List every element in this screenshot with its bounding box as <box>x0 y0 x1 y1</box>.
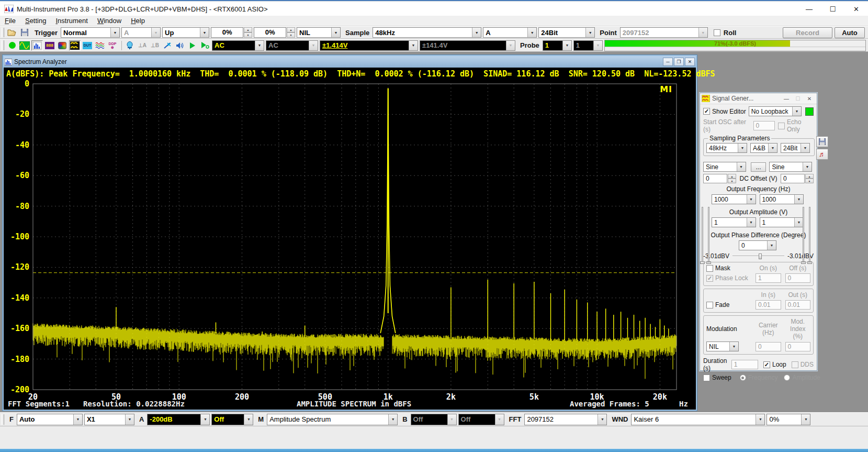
sample-channel-value: A <box>483 29 527 37</box>
trigger-level-stepper[interactable]: 0% ▲▼ <box>211 27 252 38</box>
hpf-value: NIL <box>297 29 331 37</box>
chevron-down-icon: ▼ <box>331 28 340 37</box>
trigger-mode-select[interactable]: Normal▼ <box>61 27 120 38</box>
fft-size-select[interactable]: 2097152▼ <box>524 414 607 425</box>
gen-channels-select[interactable]: A&B▼ <box>750 143 777 153</box>
toolbar-grip[interactable] <box>2 40 4 50</box>
trigger-delay-stepper[interactable]: 0% ▲▼ <box>254 27 295 38</box>
multimeter-icon[interactable]: 888 <box>44 40 55 51</box>
menu-help[interactable]: Help <box>126 17 150 25</box>
mask-checkbox[interactable] <box>706 265 713 272</box>
menu-window[interactable]: Window <box>93 17 126 25</box>
roll-label: Roll <box>720 29 740 37</box>
save-file-icon[interactable] <box>19 27 30 38</box>
balance-slider[interactable] <box>732 253 784 259</box>
modulation-type-select[interactable]: NIL▼ <box>706 341 739 351</box>
show-editor-checkbox[interactable] <box>703 108 710 115</box>
toolbar-grip[interactable] <box>2 28 4 37</box>
overlap-select[interactable]: 0%▼ <box>766 414 810 425</box>
dc-offset-a-input[interactable]: 0 <box>703 174 727 183</box>
spectrum-plot[interactable]: 0-20-40-60-80-100-120-140-160-180-200205… <box>4 68 696 410</box>
bit-depth-select[interactable]: 24Bit▼ <box>538 27 595 38</box>
close-button[interactable]: ✕ <box>685 58 695 66</box>
gauge-icon[interactable] <box>57 40 68 51</box>
waveform-more-button[interactable]: ... <box>751 162 766 172</box>
measurement-type-value: Amplitude Spectrum <box>267 415 388 423</box>
range-a-select[interactable]: ±1.414V▼ <box>320 40 418 51</box>
coupling-a-select[interactable]: AC▼ <box>212 40 264 51</box>
spin-down-icon[interactable]: ▼ <box>244 32 252 38</box>
sample-channel-select[interactable]: A▼ <box>483 27 537 38</box>
music-note-button[interactable]: ♬ <box>816 149 828 160</box>
amplitude-b-select[interactable]: 1▼ <box>760 217 804 227</box>
minimize-button[interactable]: — <box>781 96 792 102</box>
sweep-checkbox[interactable] <box>703 374 710 381</box>
chevron-down-icon: ▼ <box>447 414 456 425</box>
generator-run-indicator[interactable] <box>805 107 814 116</box>
spin-up-icon[interactable]: ▲ <box>244 27 252 32</box>
sample-rate-select[interactable]: 48kHz▼ <box>373 27 481 38</box>
dc-offset-b-input[interactable]: 0 <box>781 174 805 183</box>
measurement-type-select[interactable]: Amplitude Spectrum▼ <box>267 414 398 425</box>
a-mode-select[interactable]: Off▼ <box>211 414 253 425</box>
minimize-button[interactable]: — <box>797 2 821 16</box>
ground-b-icon[interactable]: ⊥B <box>149 40 161 51</box>
signal-generator-icon[interactable] <box>69 40 81 51</box>
close-button[interactable]: ✕ <box>804 96 815 102</box>
open-file-icon[interactable] <box>6 27 18 38</box>
dc-offset-b-stepper[interactable]: ▲▼ <box>805 174 814 183</box>
balance-slider-thumb[interactable] <box>759 253 762 259</box>
fade-checkbox[interactable] <box>706 302 713 308</box>
maximize-button[interactable]: ☐ <box>821 2 844 16</box>
menu-setting[interactable]: Setting <box>20 17 51 25</box>
waveform-b-select[interactable]: Sine▼ <box>769 162 812 172</box>
phase-select[interactable]: 0▼ <box>739 240 776 250</box>
modulation-label: Modulation <box>706 325 751 333</box>
save-waveform-button[interactable] <box>816 136 828 147</box>
gen-sample-rate-select[interactable]: 48kHz▼ <box>706 143 747 153</box>
hpf-select[interactable]: NIL▼ <box>297 27 341 38</box>
auto-button[interactable]: Auto <box>835 27 865 38</box>
minimize-button[interactable]: ─ <box>663 58 673 66</box>
amplitude-a-select[interactable]: 1▼ <box>712 217 756 227</box>
ground-a-icon[interactable]: ⊥A <box>137 40 148 51</box>
roll-checkbox[interactable] <box>714 29 720 36</box>
play-record-icon[interactable] <box>199 40 211 51</box>
spectrum-analyzer-title-bar[interactable]: Spectrum Analyzer ─ ❐ ✕ <box>4 56 696 68</box>
zoom-select[interactable]: X1▼ <box>84 414 134 425</box>
probe-cal-icon[interactable] <box>162 40 173 51</box>
frequency-b-select[interactable]: 1000▼ <box>760 194 804 204</box>
menu-file[interactable]: File <box>0 17 20 25</box>
trigger-edge-select[interactable]: Up▼ <box>162 27 209 38</box>
svg-text:-40: -40 <box>15 140 29 150</box>
a-range-select[interactable]: -200dB▼ <box>147 414 210 425</box>
oscilloscope-icon[interactable] <box>19 40 30 51</box>
menu-instrument[interactable]: Instrument <box>51 17 92 25</box>
chevron-down-icon: ▼ <box>794 195 803 204</box>
probe-a-select[interactable]: 1▼ <box>543 40 572 51</box>
fft-label: FFT <box>506 415 525 423</box>
play-icon[interactable] <box>187 40 198 51</box>
restore-button[interactable]: ❐ <box>674 58 684 66</box>
toolbar-grip[interactable] <box>2 414 4 425</box>
close-button[interactable]: ✕ <box>844 2 868 16</box>
ddp-viewer-icon[interactable]: DDP⊕ <box>107 40 118 51</box>
chevron-down-icon: ▼ <box>255 41 264 50</box>
run-stop-icon[interactable] <box>6 40 18 51</box>
spin-up-icon[interactable]: ▲ <box>287 27 295 32</box>
loopback-select[interactable]: No Loopback▼ <box>749 106 802 116</box>
frequency-a-select[interactable]: 1000▼ <box>712 194 756 204</box>
signal-generator-title-bar[interactable]: Signal Gener... — ☐ ✕ <box>700 93 817 104</box>
window-function-select[interactable]: Kaiser 6▼ <box>631 414 765 425</box>
loop-checkbox[interactable] <box>763 361 770 368</box>
device-test-plan-icon[interactable]: DUT <box>82 40 93 51</box>
speaker-icon[interactable] <box>174 40 186 51</box>
spin-down-icon[interactable]: ▼ <box>287 32 295 38</box>
waveform-compare-icon[interactable] <box>94 40 106 51</box>
frequency-axis-select[interactable]: Auto▼ <box>17 414 83 425</box>
spectrum-analyzer-icon[interactable] <box>31 40 43 51</box>
waveform-a-select[interactable]: Sine▼ <box>703 162 746 172</box>
gen-bits-select[interactable]: 24Bit▼ <box>781 143 810 153</box>
bell-icon[interactable] <box>124 40 136 51</box>
dc-offset-a-stepper[interactable]: ▲▼ <box>728 174 736 183</box>
